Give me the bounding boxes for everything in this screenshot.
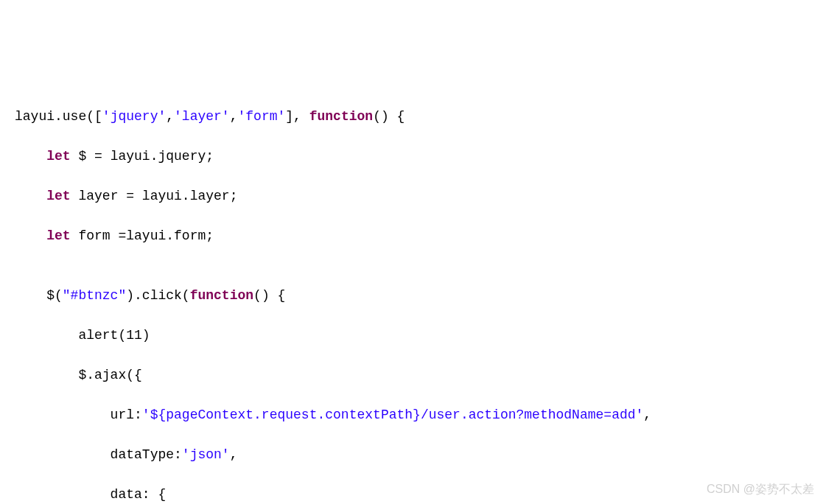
token: url: [15, 407, 142, 422]
string-token: 'json' [182, 447, 230, 462]
string-token: 'form' [238, 109, 286, 124]
code-line: dataType:'json', [15, 445, 808, 465]
keyword-token: function [309, 109, 373, 124]
string-token: 'jquery' [102, 109, 166, 124]
token: () { [253, 288, 285, 303]
string-token: 'layer' [174, 109, 230, 124]
code-line: $("#btnzc").click(function() { [15, 286, 808, 306]
token: layui.use([ [15, 109, 102, 124]
code-line: data: { [15, 485, 808, 504]
token: $( [15, 288, 63, 303]
token [15, 228, 46, 243]
code-line: alert(11) [15, 326, 808, 346]
token: $ = layui.jquery; [71, 149, 214, 164]
code-line: layui.use(['jquery','layer','form'], fun… [15, 107, 808, 127]
token [15, 149, 46, 164]
token: data: { [15, 487, 166, 502]
token: ], [285, 109, 309, 124]
token: $.ajax({ [15, 368, 142, 382]
token: ).click( [126, 288, 189, 303]
token: , [230, 109, 238, 124]
code-line: let $ = layui.jquery; [15, 147, 808, 167]
keyword-token: let [46, 189, 70, 203]
token: layer = layui.layer; [71, 189, 238, 203]
keyword-token: function [190, 288, 253, 303]
code-line: $.ajax({ [15, 365, 808, 385]
token: , [166, 109, 174, 124]
string-token: "#btnzc" [63, 288, 126, 303]
code-line: let form =layui.form; [15, 226, 808, 246]
token: , [230, 447, 238, 462]
string-token: '${pageContext.request.contextPath}/user… [142, 407, 644, 422]
watermark-text: CSDN @姿势不太差 [707, 480, 814, 498]
token: () { [373, 109, 405, 124]
token: alert(11) [15, 328, 150, 343]
keyword-token: let [46, 149, 70, 164]
code-line: let layer = layui.layer; [15, 186, 808, 206]
token [15, 189, 46, 203]
token: , [643, 407, 651, 422]
keyword-token: let [46, 228, 70, 243]
token: form =layui.form; [71, 228, 214, 243]
code-block: layui.use(['jquery','layer','form'], fun… [15, 87, 808, 504]
token: dataType: [15, 447, 182, 462]
code-line: url:'${pageContext.request.contextPath}/… [15, 405, 808, 425]
